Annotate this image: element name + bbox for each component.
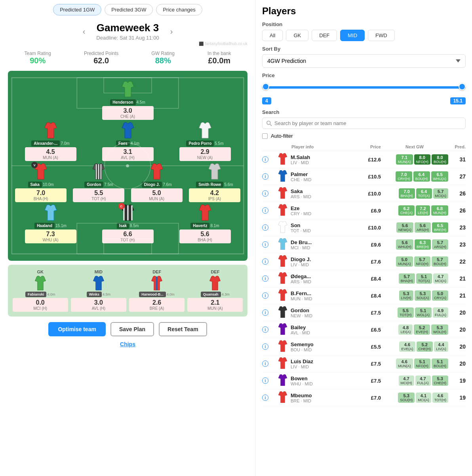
info-button[interactable]: i — [262, 394, 268, 401]
pos-btn-all[interactable]: All — [262, 30, 283, 41]
price-slider-max[interactable] — [459, 83, 466, 90]
info-button[interactable]: i — [262, 258, 268, 265]
player-shirt-icon — [277, 255, 288, 268]
gk-row: Henderson 4.5m 3.0 CHE (A) — [12, 81, 244, 120]
search-input[interactable] — [274, 120, 461, 126]
auto-filter: Auto-filter — [262, 133, 466, 139]
player-haaland[interactable]: Haaland 15.1m 7.3 WHU (A) — [25, 205, 76, 243]
captain-badge: C — [118, 203, 125, 209]
chips-link[interactable]: Chips — [120, 341, 135, 347]
left-panel: Predicted 1GW Predicted 3GW Price change… — [0, 0, 255, 476]
player-shirt-icon — [277, 153, 288, 166]
auto-filter-checkbox[interactable] — [262, 133, 268, 139]
info-button[interactable]: i — [262, 292, 268, 299]
tab-predicted-3gw[interactable]: Predicted 3GW — [105, 4, 153, 15]
bench: GK Fabianski 4.0m 0.0 MCI (H) MID Winks … — [8, 265, 247, 317]
info-button[interactable]: i — [262, 309, 268, 316]
gw-rating-stat: GW Rating 88% — [151, 51, 175, 65]
col-price-header: Price — [360, 144, 381, 149]
search-label: Search — [262, 109, 466, 115]
tab-predicted-1gw[interactable]: Predicted 1GW — [53, 4, 101, 15]
mid-row: V Saka 10.0m 7.0 BHA (H) — [12, 163, 244, 202]
player-saka[interactable]: V Saka 10.0m 7.0 BHA (H) — [15, 163, 67, 202]
auto-filter-label: Auto-filter — [271, 133, 293, 139]
info-button[interactable]: i — [262, 241, 268, 248]
col-gw-header: Next GW — [381, 144, 448, 149]
list-item[interactable]: i Palmer CHE · MID £10.5 7.0CRY(H) 6.4BO… — [262, 168, 466, 185]
list-item[interactable]: i M.Salah LIV · MID £12.6 7.1MUN(A) 8.0N… — [262, 151, 466, 168]
player-smith-rowe[interactable]: Smith Rowe 5.6m 4.2 IPS (A) — [189, 163, 240, 202]
info-button[interactable]: i — [262, 207, 268, 214]
info-button[interactable]: i — [262, 377, 268, 384]
player-havertz[interactable]: Havertz 8.1m 5.6 BHA (H) — [179, 205, 231, 243]
table-header: Player info Price Next GW Pred. — [262, 143, 466, 151]
panel-title: Players — [262, 6, 466, 17]
player-shirt-icon — [277, 238, 288, 251]
player-shirt-icon — [277, 306, 288, 319]
player-shirt-icon — [277, 170, 288, 183]
player-henderson[interactable]: Henderson 4.5m 3.0 CHE (A) — [102, 81, 154, 120]
save-plan-button[interactable]: Save Plan — [110, 322, 154, 336]
stats-row: Team Rating 90% Predicted Points 62.0 GW… — [8, 51, 247, 65]
player-alexander[interactable]: Alexander-... 7.0m 4.5 MUN (A) — [25, 122, 76, 161]
player-gordon[interactable]: Gordon 7.5m 5.5 TOT (H) — [73, 163, 124, 202]
list-item[interactable]: i Gordon NEW · MID £7.5 5.5TOT(H) 5.1WOL… — [262, 304, 466, 321]
list-item[interactable]: i Mbeumo BRE · MID £7.0 5.3SOU(H) 4.1MCI… — [262, 389, 466, 406]
player-shirt-icon — [277, 323, 288, 336]
price-slider-min[interactable] — [262, 83, 269, 90]
list-item[interactable]: i Luis Díaz LIV · MID £7.5 4.6MUN(A) 5.1… — [262, 355, 466, 372]
position-section: Position All GK DEF MID FWD — [262, 21, 466, 41]
info-button[interactable]: i — [262, 173, 268, 180]
info-button[interactable]: i — [262, 360, 268, 367]
next-gw-button[interactable]: › — [167, 27, 176, 36]
player-shirt-icon — [277, 289, 288, 302]
info-button[interactable]: i — [262, 190, 268, 197]
player-shirt-icon — [277, 391, 288, 404]
info-button[interactable]: i — [262, 275, 268, 282]
player-shirt-icon — [277, 204, 288, 217]
price-label: Price — [262, 72, 466, 78]
info-button[interactable]: i — [262, 156, 268, 163]
list-item[interactable]: i De Bru... MCI · MID £9.6 5.6WHU(H) 6.3… — [262, 236, 466, 253]
list-item[interactable]: i Ødega... ARS · MID £8.4 5.7BHA(H) 5.1T… — [262, 270, 466, 287]
team-rating-stat: Team Rating 90% — [25, 51, 51, 65]
info-button[interactable]: i — [262, 343, 268, 350]
reset-team-button[interactable]: Reset Team — [159, 322, 207, 336]
sort-select[interactable]: 4GW Prediction Price Total Points Next G… — [262, 54, 466, 68]
price-section: Price 4 15.1 — [262, 72, 466, 104]
pos-btn-def[interactable]: DEF — [312, 30, 337, 41]
list-item[interactable]: i Bailey AVL · MID £6.5 4.8LEI(A) 5.2EVE… — [262, 321, 466, 338]
info-button[interactable]: i — [262, 224, 268, 231]
list-item[interactable]: i Bowen WHU · MID £7.5 4.7MCI(H) 4.7FUL(… — [262, 372, 466, 389]
list-item[interactable]: i Semenyo BOU · MID £5.5 4.6EVE(A) 5.2CH… — [262, 338, 466, 355]
bottom-actions: Optimise team Save Plan Reset Team Chips — [8, 322, 247, 347]
position-buttons: All GK DEF MID FWD — [262, 30, 466, 41]
vice-captain-badge: V — [31, 162, 38, 168]
player-shirt-icon — [277, 221, 288, 234]
pos-btn-fwd[interactable]: FWD — [368, 30, 395, 41]
pos-btn-mid[interactable]: MID — [340, 30, 365, 41]
bench-winks[interactable]: MID Winks 4.5m 3.0 AVL (H) — [71, 269, 126, 312]
info-button[interactable]: i — [262, 326, 268, 333]
gameweek-deadline: Deadline: Sat 31 Aug 11:00 — [96, 35, 159, 41]
player-diogo-j[interactable]: Diogo J. 7.6m 5.0 MUN (A) — [131, 163, 183, 202]
pos-btn-gk[interactable]: GK — [286, 30, 308, 41]
list-item[interactable]: i Son TOT · MID £10.0 5.6NEW(A) 5.6ARS(H… — [262, 219, 466, 236]
bench-quansah[interactable]: DEF Quansah 4.3m 2.1 MUN (A) — [187, 269, 243, 312]
col-player-header: Player info — [277, 144, 360, 149]
list-item[interactable]: i Diogo J. LIV · MID £7.6 5.0MUN(A) 5.7N… — [262, 253, 466, 270]
sort-label: Sort By — [262, 46, 466, 52]
list-item[interactable]: i B.Fern... MUN · MID £8.4 5.3LIV(H) 5.3… — [262, 287, 466, 304]
search-section: Search — [262, 109, 466, 129]
list-item[interactable]: i Saka ARS · MID £10.0 7.0BHA(H) 6.4TOT(… — [262, 185, 466, 202]
player-faes[interactable]: Faes 4.1m 3.1 AVL (H) — [102, 122, 154, 161]
player-pedro-porro[interactable]: Pedro Porro 5.5m 2.9 NEW (A) — [179, 122, 231, 161]
gameweek-header: ‹ Gameweek 3 Deadline: Sat 31 Aug 11:00 … — [8, 22, 247, 46]
bench-harwood[interactable]: DEF Harwood-B... 4.0m 2.6 BRE (A) — [129, 269, 185, 312]
optimise-team-button[interactable]: Optimise team — [48, 322, 105, 336]
bench-fabianski[interactable]: GK Fabianski 4.0m 0.0 MCI (H) — [13, 269, 68, 312]
list-item[interactable]: i Eze CRY · MID £6.9 6.2CHE(A) 7.2LEI(H)… — [262, 202, 466, 219]
prev-gw-button[interactable]: ‹ — [80, 27, 89, 36]
tab-price-changes[interactable]: Price changes — [156, 4, 202, 15]
player-isak[interactable]: C Isak 8.5m 6.6 TOT (H) — [102, 205, 154, 243]
